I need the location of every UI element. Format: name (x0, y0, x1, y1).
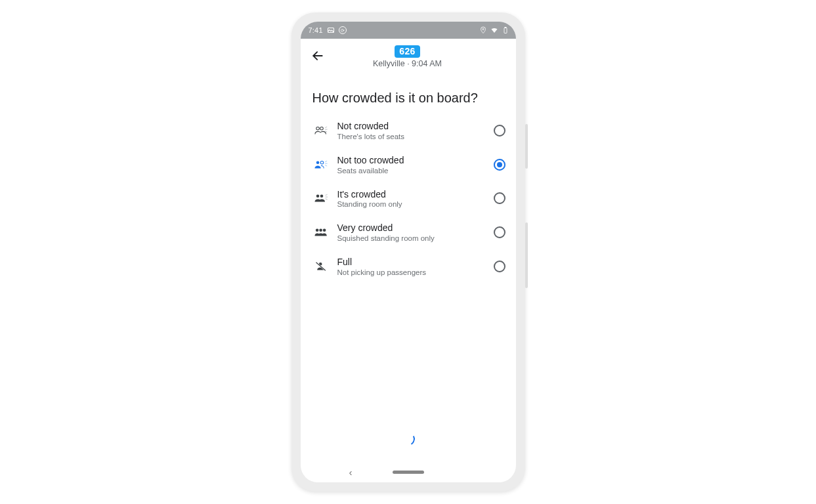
screen: 7:41 ⟳ (301, 22, 516, 482)
radio-button[interactable] (494, 261, 505, 272)
svg-line-17 (325, 195, 326, 196)
status-bar-left: 7:41 ⟳ (309, 26, 347, 34)
radio-button[interactable] (494, 192, 505, 204)
svg-point-20 (315, 229, 318, 232)
svg-point-22 (322, 229, 326, 232)
svg-point-5 (316, 127, 319, 130)
svg-rect-2 (504, 28, 507, 33)
question-text: How crowded is it on board? (301, 72, 516, 112)
option-icon (312, 159, 331, 171)
option-subtitle: Squished standing room only (337, 234, 494, 242)
option-full[interactable]: FullNot picking up passengers (310, 249, 509, 284)
svg-point-6 (320, 127, 323, 130)
header-title-block: 626 Kellyville · 9:04 AM (309, 45, 507, 68)
svg-point-15 (316, 195, 319, 198)
people-filled-icon (314, 192, 329, 204)
svg-line-9 (325, 131, 326, 132)
svg-point-21 (319, 229, 322, 232)
svg-point-16 (320, 195, 323, 198)
people-crowd-icon (314, 226, 329, 238)
option-subtitle: Not picking up passengers (337, 268, 494, 276)
svg-rect-3 (505, 28, 506, 28)
no-entry-person-icon (314, 261, 329, 272)
option-title: Very crowded (337, 222, 494, 234)
image-icon (327, 26, 335, 34)
people-partial-icon (314, 159, 329, 171)
option-text: Not too crowdedSeats available (331, 155, 494, 175)
radio-button[interactable] (494, 159, 505, 171)
option-icon (312, 192, 331, 204)
option-not-too-crowded[interactable]: Not too crowdedSeats available (310, 148, 509, 182)
people-outline-icon (314, 125, 329, 136)
status-bar-right (479, 26, 509, 34)
option-text: FullNot picking up passengers (331, 257, 494, 276)
status-bar: 7:41 ⟳ (301, 22, 516, 39)
option-title: It's crowded (337, 189, 494, 200)
option-subtitle: Seats available (337, 167, 494, 175)
svg-line-19 (325, 199, 326, 200)
option-text: Not crowdedThere's lots of seats (331, 121, 494, 140)
loading-indicator (301, 432, 516, 446)
route-subheader: Kellyville · 9:04 AM (373, 59, 442, 68)
option-its-crowded[interactable]: It's crowdedStanding room only (310, 182, 509, 216)
svg-line-12 (325, 161, 326, 161)
svg-point-11 (320, 161, 324, 164)
route-location: Kellyville (373, 59, 405, 68)
svg-point-10 (316, 161, 319, 164)
option-title: Not crowded (337, 121, 494, 132)
phone-side-button (525, 124, 528, 169)
option-icon (312, 125, 331, 136)
option-very-crowded[interactable]: Very crowdedSquished standing room only (310, 215, 509, 249)
option-not-crowded[interactable]: Not crowdedThere's lots of seats (310, 114, 509, 148)
route-time: 9:04 AM (412, 59, 442, 68)
phone-frame: 7:41 ⟳ (291, 12, 525, 492)
option-text: It's crowdedStanding room only (331, 189, 494, 209)
option-title: Full (337, 257, 494, 268)
system-nav-bar: ‹ (301, 461, 516, 482)
svg-point-1 (482, 28, 483, 30)
status-time: 7:41 (309, 26, 323, 34)
option-text: Very crowdedSquished standing room only (331, 222, 494, 242)
system-home-handle[interactable] (393, 471, 424, 474)
crowdedness-options: Not crowdedThere's lots of seats Not too… (301, 112, 516, 284)
svg-line-14 (325, 165, 326, 166)
location-pin-icon (479, 26, 487, 34)
app-header: 626 Kellyville · 9:04 AM (301, 39, 516, 72)
battery-icon (502, 26, 509, 34)
wifi-icon (490, 26, 498, 34)
option-icon (312, 261, 331, 272)
option-title: Not too crowded (337, 155, 494, 166)
radio-button[interactable] (494, 125, 505, 136)
system-back-button[interactable]: ‹ (349, 467, 353, 478)
radio-button[interactable] (494, 226, 505, 238)
phone-side-button (525, 222, 528, 288)
option-subtitle: There's lots of seats (337, 133, 494, 140)
spinner-icon (400, 431, 416, 447)
sync-icon: ⟳ (339, 26, 347, 34)
svg-line-7 (325, 127, 326, 127)
option-subtitle: Standing room only (337, 200, 494, 208)
route-badge: 626 (395, 45, 419, 58)
option-icon (312, 226, 331, 238)
